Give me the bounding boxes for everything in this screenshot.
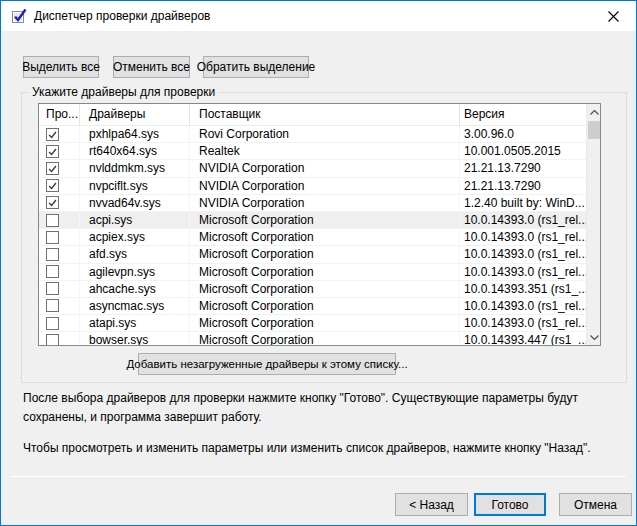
- checked-checkbox[interactable]: [46, 162, 59, 175]
- checked-checkbox[interactable]: [46, 145, 59, 158]
- checkmark-icon: [47, 146, 58, 157]
- select-all-button[interactable]: Выделить все: [23, 56, 99, 78]
- header-check-column[interactable]: Про...: [39, 104, 80, 125]
- table-row[interactable]: nvlddmkm.sysNVIDIA Corporation21.21.13.7…: [39, 160, 586, 177]
- driver-name-cell: rt640x64.sys: [80, 143, 190, 159]
- driver-name-cell: bowser.sys: [80, 332, 190, 345]
- driver-name-cell: nvlddmkm.sys: [80, 160, 190, 176]
- version-cell: 10.0.14393.0 (rs1_rel...: [460, 315, 586, 331]
- table-row[interactable]: acpi.sysMicrosoft Corporation10.0.14393.…: [39, 212, 586, 229]
- vendor-cell: Microsoft Corporation: [190, 332, 460, 345]
- verifier-app-icon: [11, 8, 27, 24]
- header-vendor-column[interactable]: Поставщик: [190, 104, 460, 125]
- checked-checkbox[interactable]: [46, 196, 59, 209]
- unchecked-checkbox[interactable]: [46, 214, 59, 227]
- table-row[interactable]: acpiex.sysMicrosoft Corporation10.0.1439…: [39, 229, 586, 246]
- clear-all-button[interactable]: Отменить все: [113, 56, 190, 78]
- close-button[interactable]: [591, 1, 636, 31]
- checkbox-cell: [39, 315, 80, 331]
- scroll-up-button[interactable]: [587, 104, 601, 120]
- unchecked-checkbox[interactable]: [46, 334, 59, 345]
- driver-list: Про... Драйверы Поставщик Версия pxhlpa6…: [38, 103, 601, 346]
- version-cell: 10.0.14393.351 (rs1_...: [460, 281, 586, 297]
- add-unloaded-drivers-button[interactable]: Добавить незагруженные драйверы к этому …: [138, 353, 396, 375]
- version-cell: 10.0.14393.0 (rs1_rel...: [460, 212, 586, 228]
- version-cell: 10.0.14393.0 (rs1_rel...: [460, 229, 586, 245]
- checkbox-cell: [39, 195, 80, 211]
- version-cell: 1.2.40 built by: WinD...: [460, 195, 586, 211]
- unchecked-checkbox[interactable]: [46, 265, 59, 278]
- vendor-cell: Realtek: [190, 143, 460, 159]
- table-row[interactable]: bowser.sysMicrosoft Corporation10.0.1439…: [39, 332, 586, 345]
- checkbox-cell: [39, 332, 80, 345]
- driver-name-cell: acpi.sys: [80, 212, 190, 228]
- header-driver-column[interactable]: Драйверы: [80, 104, 190, 125]
- checkmark-icon: [47, 129, 58, 140]
- unchecked-checkbox[interactable]: [46, 282, 59, 295]
- close-icon: [608, 11, 619, 22]
- version-cell: 3.00.96.0: [460, 126, 586, 142]
- checkmark-icon: [47, 197, 58, 208]
- cancel-button[interactable]: Отмена: [559, 493, 632, 516]
- table-row[interactable]: atapi.sysMicrosoft Corporation10.0.14393…: [39, 315, 586, 332]
- driver-name-cell: ahcache.sys: [80, 281, 190, 297]
- table-row[interactable]: asyncmac.sysMicrosoft Corporation10.0.14…: [39, 298, 586, 315]
- chevron-up-icon: [590, 110, 599, 115]
- table-row[interactable]: ahcache.sysMicrosoft Corporation10.0.143…: [39, 281, 586, 298]
- driver-name-cell: nvvad64v.sys: [80, 195, 190, 211]
- vendor-cell: Microsoft Corporation: [190, 212, 460, 228]
- unchecked-checkbox[interactable]: [46, 317, 59, 330]
- table-row[interactable]: nvpciflt.sysNVIDIA Corporation21.21.13.7…: [39, 178, 586, 195]
- table-row[interactable]: nvvad64v.sysNVIDIA Corporation1.2.40 bui…: [39, 195, 586, 212]
- version-cell: 10.0.14393.0 (rs1_rel...: [460, 264, 586, 280]
- unchecked-checkbox[interactable]: [46, 231, 59, 244]
- version-cell: 10.001.0505.2015: [460, 143, 586, 159]
- table-row[interactable]: pxhlpa64.sysRovi Corporation3.00.96.0: [39, 126, 586, 143]
- finish-button[interactable]: Готово: [474, 493, 546, 516]
- vendor-cell: NVIDIA Corporation: [190, 178, 460, 194]
- table-row[interactable]: rt640x64.sysRealtek10.001.0505.2015: [39, 143, 586, 160]
- version-cell: 10.0.14393.0 (rs1_rel...: [460, 246, 586, 262]
- vendor-cell: Microsoft Corporation: [190, 298, 460, 314]
- checkbox-cell: [39, 143, 80, 159]
- vertical-scrollbar[interactable]: [586, 104, 600, 345]
- vendor-cell: Microsoft Corporation: [190, 246, 460, 262]
- vendor-cell: Rovi Corporation: [190, 126, 460, 142]
- back-button[interactable]: < Назад: [395, 493, 468, 516]
- driver-name-cell: agilevpn.sys: [80, 264, 190, 280]
- checked-checkbox[interactable]: [46, 179, 59, 192]
- scroll-down-button[interactable]: [587, 329, 601, 345]
- driver-name-cell: pxhlpa64.sys: [80, 126, 190, 142]
- version-cell: 21.21.13.7290: [460, 178, 586, 194]
- vendor-cell: NVIDIA Corporation: [190, 160, 460, 176]
- vendor-cell: NVIDIA Corporation: [190, 195, 460, 211]
- checkbox-cell: [39, 264, 80, 280]
- driver-name-cell: afd.sys: [80, 246, 190, 262]
- unchecked-checkbox[interactable]: [46, 299, 59, 312]
- checked-checkbox[interactable]: [46, 128, 59, 141]
- scrollbar-thumb[interactable]: [588, 121, 600, 139]
- checkbox-cell: [39, 160, 80, 176]
- title-bar: Диспетчер проверки драйверов: [1, 1, 636, 31]
- checkmark-icon: [47, 180, 58, 191]
- version-cell: 10.0.14393.447 (rs1_...: [460, 332, 586, 345]
- driver-list-body: pxhlpa64.sysRovi Corporation3.00.96.0rt6…: [39, 126, 586, 345]
- checkbox-cell: [39, 298, 80, 314]
- checkbox-cell: [39, 212, 80, 228]
- back-instructions-text: Чтобы просмотреть и изменить параметры и…: [23, 439, 623, 458]
- invert-selection-button[interactable]: Обратить выделение: [203, 56, 309, 78]
- table-row[interactable]: agilevpn.sysMicrosoft Corporation10.0.14…: [39, 264, 586, 281]
- finish-instructions-text: После выбора драйверов для проверки нажм…: [23, 389, 623, 427]
- checkbox-cell: [39, 281, 80, 297]
- checkbox-cell: [39, 246, 80, 262]
- checkbox-cell: [39, 178, 80, 194]
- window-title: Диспетчер проверки драйверов: [34, 9, 210, 23]
- checkmark-icon: [47, 163, 58, 174]
- version-cell: 10.0.14393.0 (rs1_rel...: [460, 298, 586, 314]
- unchecked-checkbox[interactable]: [46, 248, 59, 261]
- checkbox-cell: [39, 229, 80, 245]
- header-version-column[interactable]: Версия: [460, 104, 586, 125]
- driver-name-cell: atapi.sys: [80, 315, 190, 331]
- vendor-cell: Microsoft Corporation: [190, 281, 460, 297]
- table-row[interactable]: afd.sysMicrosoft Corporation10.0.14393.0…: [39, 246, 586, 263]
